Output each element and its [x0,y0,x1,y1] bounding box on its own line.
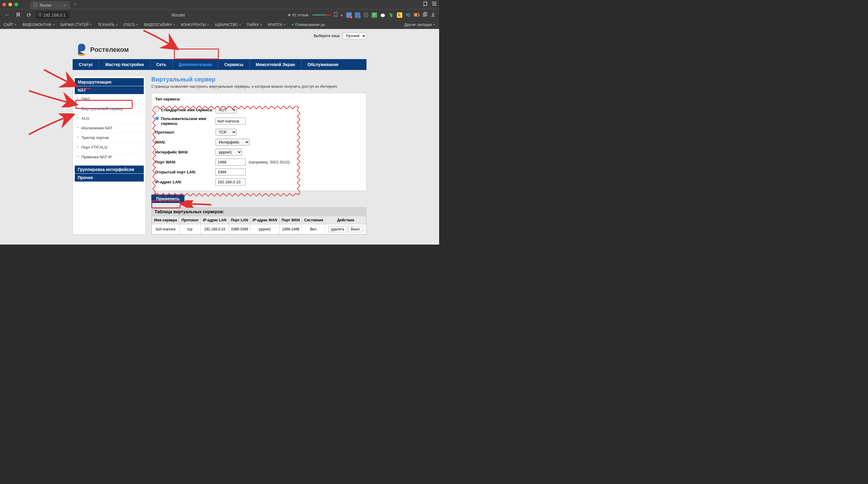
bookmark-folder[interactable]: САЙТ▼ [4,23,17,27]
sidebar-item-virtual-server[interactable]: Виртуальный сервер [75,104,144,114]
ext-icon-2[interactable]: 7 [355,12,360,18]
bookmark-folder[interactable]: ТЕХНАРЬ▼ [98,23,118,27]
wan-port-label: Порт WAN: [155,160,216,164]
url-text: 192.168.0.1 [43,13,67,18]
disable-button[interactable]: Выкл. [348,226,363,232]
protocol-label: Протокол: [155,130,216,134]
apply-button[interactable]: Применить [151,194,184,203]
sidebar: Маршрутизация NAT DMZ Виртуальный сервер… [73,76,146,235]
nav-advanced[interactable]: Дополнительно [173,59,218,70]
servers-table: Имя сервера Протокол IP-адрес LAN Порт L… [152,216,366,234]
logo-text: Ростелеком [90,46,129,54]
sidebar-item-ftp-alg[interactable]: Порт FTP ALG [75,143,144,152]
add-bookmark-icon[interactable] [423,1,428,7]
annotation-arrow [27,89,79,108]
nav-firewall[interactable]: Межсетевой Экран [250,59,301,70]
copy-icon[interactable] [422,12,428,19]
rating-widget[interactable]: ★ 61 отзыв [287,13,308,17]
std-name-radio-label[interactable]: Стандартное имя сервиса: [155,108,216,112]
ext-icon-1[interactable]: 4 [346,12,352,18]
panel-desc: Страница позволяет настроить виртуальные… [151,84,367,89]
th-lan-ip: IP-адрес LAN [201,216,229,224]
sidebar-item-dmz[interactable]: DMZ [75,94,144,104]
bookmark-folder[interactable]: КОНКУРЕНТЫ▼ [181,23,209,27]
lan-port-input[interactable] [216,169,246,176]
sidebar-section-iface-group[interactable]: Группировка интерфейсов [75,165,144,173]
window-close[interactable] [2,3,6,6]
ext-icon-7[interactable]: L [397,12,402,18]
lan-ip-input[interactable] [216,179,246,185]
download-icon[interactable] [431,12,435,18]
reload-button[interactable]: ⟳ [25,12,33,19]
browser-titlebar: Router ✕ + [0,0,439,9]
bookmark-folder[interactable]: АДМИНСТВО▼ [215,23,241,27]
bookmark-folder[interactable]: БИРЖИ СТАТЕЙ▼ [60,23,92,27]
th-lan-port: Порт LAN [229,216,250,224]
td-wan-port: 1488-1488 [279,224,302,234]
main-nav: Статус Мастер Настройки Сеть Дополнитель… [73,59,367,70]
nav-wizard[interactable]: Мастер Настройки [99,59,150,70]
new-tab-button[interactable]: + [73,1,77,8]
td-actions: удалить Выкл. [326,224,366,234]
ext-icon-8[interactable]: IQ [405,12,411,18]
bookmark-folder[interactable]: ВИДЕОСЪЁМКА▼ [144,23,176,27]
nav-network[interactable]: Сеть [150,59,173,70]
page-content: Выберите язык: Русский Ростелеком Статус… [0,29,439,245]
window-minimize[interactable] [8,3,12,6]
delete-button[interactable]: удалить [328,226,347,232]
nav-maintenance[interactable]: Обслуживание [301,59,344,70]
table-title: Таблица виртуальных серверов: [152,208,366,216]
yandex-button[interactable]: Я [14,12,22,18]
bookmark-item[interactable]: ✦Планирование дн [291,23,325,27]
custom-name-input[interactable] [216,118,246,125]
bookmark-folder[interactable]: ПАЙКА▼ [247,23,262,27]
wan-port-input[interactable] [216,159,246,165]
wan-port-hint: (например, 5001:5010) [249,160,290,164]
td-state: Вкл. [302,224,326,234]
panel-title: Виртуальный сервер [151,76,367,83]
sidebar-section-other[interactable]: Прочее [75,174,144,182]
window-maximize[interactable] [14,3,18,6]
protocol-select[interactable]: TCP [216,129,237,136]
sidebar-item-alg[interactable]: ALG [75,114,144,123]
ext-icon-4[interactable]: ? [372,12,377,18]
lang-label: Выберите язык: [314,34,340,38]
bookmark-folder[interactable]: ВИДЕОМОНТАЖ▼ [22,23,55,27]
sidebar-section-nat[interactable]: NAT [75,86,144,94]
th-state: Состояние [302,216,326,224]
svg-rect-7 [415,14,417,16]
browser-tab[interactable]: Router ✕ [30,1,70,9]
sidebar-item-port-trigger[interactable]: Триггер портов [75,133,144,143]
nav-status[interactable]: Статус [73,59,99,70]
servers-table-box: Таблица виртуальных серверов: Имя сервер… [151,207,367,235]
other-bookmarks[interactable]: Другие закладки▼ [404,23,435,27]
bookmark-folder[interactable]: КРИПТА▼ [268,23,286,27]
back-button[interactable]: ← [4,12,11,18]
main-panel: Виртуальный сервер Страница позволяет на… [151,76,367,235]
menu-icon[interactable] [432,1,437,7]
sidebar-item-nat-ip-bind[interactable]: Привязка NAT IP [75,152,144,162]
lang-select[interactable]: Русский [343,33,367,39]
annotation-underline [81,88,91,89]
nav-services[interactable]: Сервисы [218,59,250,70]
wan-iface-select[interactable]: pppoe1 [216,149,242,156]
wan-select[interactable]: Интерфейс [216,139,250,146]
ext-icon-3[interactable] [363,12,369,18]
std-name-radio[interactable] [155,108,159,112]
ext-icon-5[interactable] [380,12,385,18]
std-name-text: Стандартное имя сервиса: [161,108,213,112]
close-icon[interactable]: ✕ [63,3,66,7]
std-name-select[interactable]: AUTH [216,107,237,113]
table-row: buh-ivanova tcp 192.168.0.10 3389-3389 p… [152,224,366,234]
address-bar[interactable]: 192.168.0.1 [36,11,69,19]
battery-icon[interactable] [414,12,419,18]
custom-name-text: Пользовательское имя сервиса: [161,116,216,126]
sidebar-item-nat-exclusions[interactable]: Исключения NAT [75,123,144,133]
custom-name-radio-label[interactable]: Пользовательское имя сервиса: [155,116,216,126]
sidebar-section-routing[interactable]: Маршрутизация [75,78,144,86]
bookmark-folder[interactable]: CISCO▼ [124,23,138,27]
th-proto: Протокол [179,216,200,224]
bookmark-icon[interactable] [334,12,338,18]
custom-name-radio[interactable] [155,116,159,120]
evernote-icon[interactable] [389,12,394,18]
